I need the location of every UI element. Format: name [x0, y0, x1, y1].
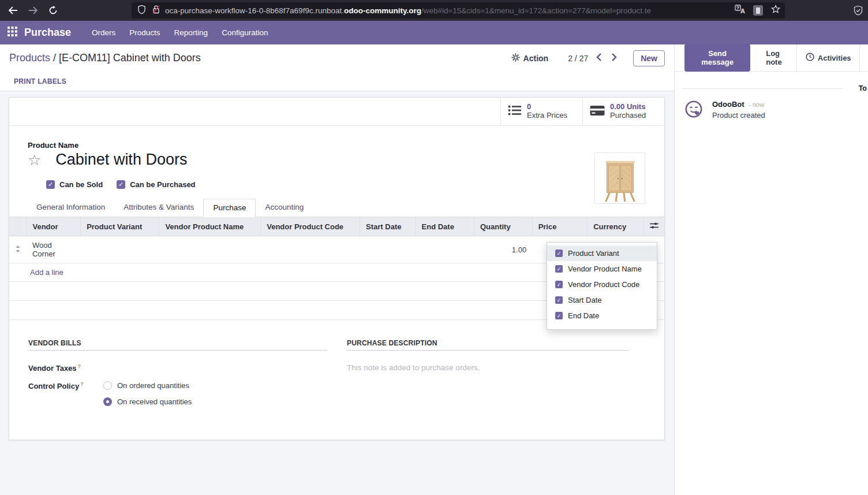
tab-attributes-variants[interactable]: Attributes & Variants — [114, 199, 203, 217]
message-timestamp: - now — [749, 101, 764, 108]
column-price[interactable]: Price — [532, 217, 588, 236]
dropdown-item-vendor-product-code[interactable]: Vendor Product Code — [547, 277, 657, 292]
extra-prices-label: Extra Prices — [527, 111, 567, 120]
message-body: Product created — [712, 111, 765, 120]
pager-previous-icon[interactable] — [596, 53, 601, 64]
dropdown-item-start-date[interactable]: Start Date — [547, 292, 657, 308]
cell-start-date[interactable] — [360, 236, 416, 263]
chatter-panel: Send message Log note Activities To — [674, 44, 868, 495]
checkbox-checked-icon — [555, 250, 563, 257]
address-bar[interactable]: oca-purchase-workflow-16-0-8b68f7a69f9c.… — [132, 2, 785, 18]
column-vendor[interactable]: Vendor — [27, 217, 81, 236]
apps-menu-icon[interactable] — [8, 27, 17, 39]
stat-button-row: 0 Extra Prices 0.00 Units Purchased — [9, 98, 664, 126]
can-be-sold-checkbox[interactable]: Can be Sold — [46, 180, 103, 189]
message-author[interactable]: OdooBot — [712, 100, 744, 109]
column-vendor-product-code[interactable]: Vendor Product Code — [261, 217, 360, 236]
favorite-star-icon[interactable]: ☆ — [28, 152, 41, 168]
control-panel: Products / [E-COM11] Cabinet with Doors … — [0, 44, 674, 72]
menu-products[interactable]: Products — [122, 28, 167, 37]
breadcrumb-separator: / — [53, 52, 56, 64]
date-divider: To — [675, 84, 868, 92]
send-message-button[interactable]: Send message — [684, 44, 750, 72]
cell-vendor-product-code[interactable] — [261, 236, 360, 263]
pager-next-icon[interactable] — [612, 53, 617, 64]
column-quantity[interactable]: Quantity — [474, 217, 532, 236]
reload-icon[interactable] — [48, 6, 58, 15]
purchased-stat-button[interactable]: 0.00 Units Purchased — [582, 98, 664, 125]
checkbox-checked-icon — [555, 312, 563, 319]
product-image[interactable] — [594, 152, 645, 204]
action-menu-button[interactable]: Action — [511, 53, 549, 64]
can-be-purchased-checkbox[interactable]: Can be Purchased — [117, 180, 195, 189]
shield-check-icon[interactable] — [853, 5, 863, 18]
optional-columns-icon[interactable] — [643, 217, 664, 236]
tab-general-information[interactable]: General Information — [27, 199, 114, 217]
checkbox-checked-icon — [555, 265, 563, 273]
tracking-shield-icon[interactable] — [137, 5, 146, 17]
column-product-variant[interactable]: Product Variant — [81, 217, 159, 236]
vendor-bills-section-title: VENDOR BILLS — [28, 339, 327, 351]
odoo-navbar: Purchase Orders Products Reporting Confi… — [0, 21, 868, 44]
app-name[interactable]: Purchase — [24, 27, 71, 39]
cell-vendor[interactable]: Wood Corner — [27, 236, 81, 263]
radio-on-received-quantities[interactable]: On received quantities — [103, 397, 192, 406]
column-end-date[interactable]: End Date — [416, 217, 474, 236]
back-icon[interactable] — [8, 6, 18, 14]
vendor-taxes-label: Vendor Taxes? — [28, 363, 103, 373]
chatter-topbar: Send message Log note Activities — [675, 44, 868, 72]
cell-vendor-product-name[interactable] — [159, 236, 261, 263]
drag-handle-icon[interactable] — [9, 236, 27, 263]
pricelist-icon — [508, 105, 522, 118]
cell-end-date[interactable] — [416, 236, 474, 263]
browser-toolbar: oca-purchase-workflow-16-0-8b68f7a69f9c.… — [0, 0, 868, 21]
checkbox-checked-icon — [46, 180, 55, 189]
tab-accounting[interactable]: Accounting — [256, 199, 313, 217]
table-header-row: Vendor Product Variant Vendor Product Na… — [9, 217, 664, 236]
bookmark-star-icon[interactable] — [771, 5, 780, 16]
radio-unchecked-icon — [103, 381, 112, 390]
column-currency[interactable]: Currency — [588, 217, 644, 236]
product-name[interactable]: Cabinet with Doors — [55, 151, 187, 169]
help-icon: ? — [80, 381, 84, 387]
odoobot-avatar[interactable] — [684, 100, 704, 121]
date-divider-label: To — [859, 84, 867, 92]
extension-icon[interactable] — [753, 5, 763, 16]
checkbox-checked-icon — [555, 281, 563, 288]
translate-icon[interactable]: A — [735, 5, 745, 16]
notebook-tabs: General Information Attributes & Variant… — [9, 199, 664, 217]
cell-product-variant[interactable] — [81, 236, 159, 263]
menu-configuration[interactable]: Configuration — [215, 28, 275, 37]
dropdown-item-vendor-product-name[interactable]: Vendor Product Name — [547, 261, 657, 277]
dropdown-item-end-date[interactable]: End Date — [547, 308, 657, 323]
breadcrumb-current: [E-COM11] Cabinet with Doors — [59, 52, 201, 64]
control-policy-label: Control Policy? — [28, 381, 103, 414]
credit-card-icon — [590, 105, 605, 118]
menu-reporting[interactable]: Reporting — [167, 28, 215, 37]
checkbox-checked-icon — [117, 180, 125, 189]
extra-prices-stat-button[interactable]: 0 Extra Prices — [500, 98, 582, 125]
purchase-description-section-title: PURCHASE DESCRIPTION — [347, 339, 628, 351]
breadcrumb-products-link[interactable]: Products — [9, 52, 50, 64]
help-icon: ? — [78, 363, 81, 369]
tab-purchase[interactable]: Purchase — [203, 199, 256, 217]
url-text: oca-purchase-workflow-16-0-8b68f7a69f9c.… — [165, 6, 729, 15]
forward-icon[interactable] — [28, 6, 38, 14]
new-button[interactable]: New — [633, 50, 665, 66]
column-start-date[interactable]: Start Date — [360, 217, 416, 236]
radio-on-ordered-quantities[interactable]: On ordered quantities — [103, 381, 192, 390]
cell-quantity[interactable]: 1.00 — [474, 236, 532, 263]
menu-orders[interactable]: Orders — [85, 28, 122, 37]
activities-button[interactable]: Activities — [796, 44, 860, 71]
breadcrumb: Products / [E-COM11] Cabinet with Doors — [9, 52, 201, 64]
purchased-label: Purchased — [610, 111, 646, 120]
insecure-lock-icon[interactable] — [152, 5, 160, 17]
main-panel: Products / [E-COM11] Cabinet with Doors … — [0, 44, 674, 495]
print-labels-button[interactable]: PRINT LABELS — [14, 77, 66, 85]
purchase-description-field[interactable]: This note is added to purchase orders. — [347, 363, 628, 372]
action-label: Action — [523, 54, 549, 63]
svg-text:A: A — [740, 8, 745, 14]
dropdown-item-product-variant[interactable]: Product Variant — [547, 245, 657, 261]
column-vendor-product-name[interactable]: Vendor Product Name — [159, 217, 261, 236]
log-note-button[interactable]: Log note — [766, 49, 796, 66]
